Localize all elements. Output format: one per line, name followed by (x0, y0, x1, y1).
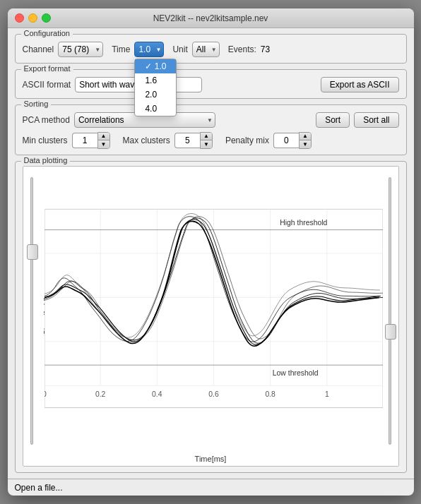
time-option-3[interactable]: 2.0 (135, 88, 176, 102)
unit-label: Unit (172, 44, 187, 54)
config-label: Configuration (21, 29, 73, 37)
svg-text:Low threshold: Low threshold (272, 369, 318, 377)
max-clusters-arrows: ▲ ▼ (200, 132, 213, 149)
max-clusters-input[interactable] (174, 133, 200, 148)
left-slider-track (30, 177, 33, 445)
penalty-label: Penalty mix (225, 136, 269, 145)
svg-text:0: 0 (45, 390, 47, 398)
traffic-lights (15, 13, 51, 23)
penalty-arrows: ▲ ▼ (299, 132, 312, 149)
status-text: Open a file... (15, 483, 63, 493)
export-row: ASCII format Export as ASCII (23, 77, 399, 92)
time-option-2[interactable]: 1.6 (135, 73, 176, 88)
unit-select[interactable]: All (192, 42, 220, 57)
channel-label: Channel (23, 44, 54, 54)
close-button[interactable] (15, 13, 24, 23)
right-slider-area (383, 177, 397, 445)
right-slider-thumb[interactable] (385, 324, 396, 340)
min-clusters-up[interactable]: ▲ (98, 133, 109, 140)
min-clusters-stepper: ▲ ▼ (72, 132, 110, 149)
sorting-row1: PCA method Correlations Sort Sort all (23, 112, 399, 128)
svg-text:0.2: 0.2 (95, 390, 105, 398)
max-clusters-label: Max clusters (123, 136, 170, 145)
max-clusters-down[interactable]: ▼ (201, 140, 212, 148)
min-clusters-down[interactable]: ▼ (98, 140, 109, 148)
svg-text:0.4: 0.4 (152, 390, 162, 398)
export-group: Export format ASCII format Export as ASC… (15, 69, 407, 99)
events-label: Events: (228, 44, 256, 54)
channel-select[interactable]: 75 (78) (58, 42, 103, 57)
maximize-button[interactable] (42, 13, 51, 23)
penalty-stepper: ▲ ▼ (273, 132, 312, 149)
x-axis-label: Time[ms] (195, 455, 227, 463)
svg-text:High threshold: High threshold (280, 219, 327, 227)
pca-label: PCA method (23, 115, 70, 125)
sorting-group: Sorting PCA method Correlations Sort Sor… (15, 104, 407, 155)
left-slider-thumb[interactable] (27, 244, 38, 260)
config-row: Channel 75 (78) Time 1.0 ✓ 1.0 1.6 2.0 (23, 42, 399, 57)
penalty-up[interactable]: ▲ (300, 133, 311, 140)
time-dropdown: ✓ 1.0 1.6 2.0 4.0 (134, 59, 177, 116)
minimize-button[interactable] (28, 13, 37, 23)
main-content: Configuration Channel 75 (78) Time 1.0 ✓… (8, 28, 414, 479)
sort-button[interactable]: Sort (316, 112, 350, 128)
left-slider-area (25, 177, 39, 445)
penalty-input[interactable] (273, 133, 299, 148)
min-clusters-label: Min clusters (23, 136, 68, 145)
window-title: NEV2lkit -- nev2lkitsample.nev (153, 13, 268, 23)
status-bar: Open a file... (8, 479, 414, 496)
max-clusters-up[interactable]: ▲ (201, 133, 212, 140)
svg-text:0.8: 0.8 (265, 390, 275, 398)
sorting-row2: Min clusters ▲ ▼ Max clusters ▲ ▼ (23, 132, 399, 149)
time-option-4[interactable]: 4.0 (135, 102, 176, 116)
time-selector-wrapper: 1.0 ✓ 1.0 1.6 2.0 4.0 (134, 42, 164, 57)
plot-svg: High threshold Low threshold 200 (45, 172, 383, 445)
svg-text:1: 1 (324, 390, 328, 398)
min-clusters-input[interactable] (72, 133, 97, 148)
penalty-down[interactable]: ▼ (300, 140, 311, 148)
max-clusters-stepper: ▲ ▼ (174, 132, 213, 149)
main-window: NEV2lkit -- nev2lkitsample.nev Configura… (8, 8, 414, 496)
export-ascii-button[interactable]: Export as ASCII (321, 77, 399, 92)
svg-text:0.6: 0.6 (208, 390, 219, 398)
events-value: 73 (261, 44, 270, 54)
data-plotting-group: Data plotting Signal[mV] (15, 161, 407, 473)
time-label: Time (112, 44, 130, 54)
time-option-1[interactable]: ✓ 1.0 (135, 59, 176, 73)
channel-select-wrapper: 75 (78) (58, 42, 103, 57)
min-clusters-arrows: ▲ ▼ (97, 132, 110, 149)
right-slider-track (389, 177, 391, 445)
config-group: Configuration Channel 75 (78) Time 1.0 ✓… (15, 34, 407, 64)
sort-all-button[interactable]: Sort all (354, 112, 398, 128)
unit-select-wrapper: All (192, 42, 220, 57)
sorting-label: Sorting (21, 100, 52, 108)
data-plotting-label: Data plotting (21, 156, 71, 164)
time-select[interactable]: 1.0 (134, 42, 164, 57)
titlebar: NEV2lkit -- nev2lkitsample.nev (8, 8, 414, 28)
plot-area: Signal[mV] (23, 166, 399, 467)
export-label: Export format (21, 64, 73, 73)
ascii-label: ASCII format (23, 80, 71, 90)
